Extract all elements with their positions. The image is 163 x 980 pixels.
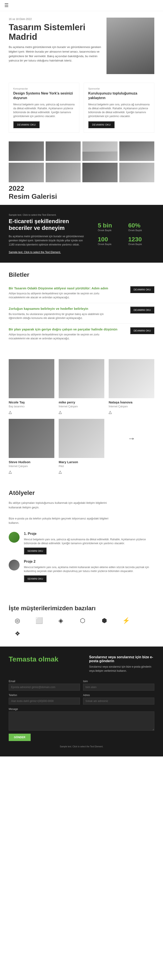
eticaret-text: Sample text. Click to select the Text El… [9, 213, 89, 254]
team-member-0: Nicole Taş Baş tasarımcı △ [9, 359, 54, 415]
card-sponsors: Sponsorlar Kuruluşunuzu topluluğumuza ya… [84, 83, 154, 133]
ticket-item-2: Bir plan yaparak için geriye doğru çalış… [9, 324, 154, 344]
logo-1: ⬜ [30, 616, 48, 625]
eticaret-section: Sample text. Click to select the Text El… [0, 205, 163, 262]
biletler-section: Biletler Bir Tasarım Odaklı Düşünme atöl… [0, 262, 163, 353]
team-instagram-3[interactable]: △ [9, 470, 12, 474]
team-member-3: Steve Hudson İnternet Çalışanı △ [9, 419, 54, 474]
gallery-cell-2 [46, 142, 81, 161]
email-input[interactable] [9, 684, 80, 690]
footer-note: Sample text. Click to select the Text El… [9, 745, 154, 748]
card-btn-0[interactable]: DEVAMINI OKU [13, 121, 40, 128]
team-name-2: Nataşa İvanova [109, 400, 154, 404]
temasta-title: Temasta olmak [9, 655, 59, 663]
email-label: Email [9, 680, 80, 683]
stat-number-1: 60% [128, 222, 154, 229]
atolye-icon-1 [9, 560, 19, 571]
ticket-btn-0[interactable]: DEVAMINI OKU [130, 286, 154, 293]
atolye-btn-0[interactable]: SEKMINI OKU [24, 547, 46, 554]
team-next-arrow[interactable]: → [128, 434, 136, 443]
gallery-cell-8 [119, 163, 155, 182]
atolye-desc-0: Mevcut belgelerin yanı sıra, yalnızca ağ… [24, 538, 154, 545]
card-title-0: Design Systems New York'a sesinizi duyur… [13, 91, 75, 100]
gallery-cell-4 [119, 142, 155, 161]
card-label-0: Konuşmacılar [13, 88, 75, 90]
atolye-title-0: 1. Proje [24, 532, 154, 536]
message-field-group: Mesage [9, 708, 154, 732]
stat-label-3: Örnek Başlık [128, 243, 154, 245]
ticket-desc-1: Bu kısımlarda, bu uluslararası yapılandı… [9, 312, 113, 320]
phone-input[interactable] [9, 698, 80, 705]
logo-4: ⬢ [96, 616, 113, 625]
team-role-4: Pilot [59, 465, 104, 468]
eticaret-stats: 5 bin Örnek Başlık 60% Örnek Başlık 100 … [98, 213, 154, 254]
name-field-group: Isim [83, 680, 154, 690]
ticket-desc-0: Atölye boyunca bu atölyenin ilerleyebilm… [9, 291, 113, 299]
atolyeler-intro: Bu atölye çalışmaları topluluğumuzu kull… [9, 501, 117, 510]
atolye-icon-0 [9, 532, 19, 542]
ticket-btn-2[interactable]: DEVAMINI OKU [130, 327, 154, 334]
ticket-btn-1[interactable]: DEVAMINI OKU [130, 307, 154, 313]
atolyeler-intro2: Bize e-posta ya da telefon yoluyla ileti… [9, 516, 117, 525]
team-name-3: Steve Hudson [9, 460, 54, 464]
email-field-group: Email [9, 680, 80, 690]
navbar: ☰ [0, 0, 163, 11]
temasta-desc: Sorularınız veya sorularınız için bize e… [89, 665, 154, 673]
ticket-title-2: Bir plan yaparak için geriye doğru çalış… [9, 327, 117, 331]
ticket-item-1: Zorluğun kapsamını belirleyin ve hedefle… [9, 303, 154, 324]
stat-3: 1230 Örnek Başlık [128, 236, 154, 245]
logo-6: ❖ [9, 629, 26, 638]
atolyeler-title: Atölyeler [9, 490, 154, 496]
gallery-cell-3 [82, 142, 118, 161]
menu-icon[interactable]: ☰ [4, 3, 9, 8]
atolye-btn-1[interactable]: SEKMINI OKU [24, 575, 46, 582]
card-speakers: Konuşmacılar Design Systems New York'a s… [9, 83, 79, 133]
team-member-4: Mary Larson Pilot △ [59, 419, 104, 474]
team-role-3: İnternet Çalışanı [9, 465, 54, 468]
message-input[interactable] [9, 711, 154, 730]
team-arrow-cell: → [109, 419, 154, 474]
eticaret-desc: Bu açıklama metni görüntülenmek için bur… [9, 234, 89, 247]
stat-number-2: 100 [98, 236, 124, 243]
name-input[interactable] [83, 684, 154, 690]
team-instagram-2[interactable]: △ [109, 410, 112, 414]
cards-section: Konuşmacılar Design Systems New York'a s… [0, 78, 163, 137]
phone-label: Telefon [9, 694, 80, 697]
name-label: Isim [83, 680, 154, 683]
temasta-section: Temasta olmak Sorularınız veya soruların… [0, 646, 163, 756]
ticket-item-0: Bir Tasarım Odaklı Düşünme atölyesi nası… [9, 283, 154, 303]
team-instagram-0[interactable]: △ [9, 410, 12, 414]
logo-3: ⬡ [74, 616, 91, 625]
card-btn-1[interactable]: DEVAMINI OKU [88, 121, 115, 128]
team-member-2: Nataşa İvanova İnternet Çalışanı △ [109, 359, 154, 415]
hero-description: Bu açıklama metni görüntülenmek için bur… [9, 45, 102, 63]
address-input[interactable] [83, 698, 154, 705]
stat-1: 60% Örnek Başlık [128, 222, 154, 232]
card-title-1: Kuruluşunuzu topluluğumuza yaklaştırın [88, 91, 150, 100]
team-instagram-1[interactable]: △ [59, 410, 62, 414]
eticaret-link[interactable]: Sample text. Click to select the Text El… [9, 251, 61, 254]
team-role-0: Baş tasarımcı [9, 405, 54, 408]
gallery-cell-1 [9, 142, 44, 161]
card-desc-0: Mevcut belgelerin yanı sıra, yalnızca ağ… [13, 103, 75, 118]
temasta-subtitle: Sorularınız veya sorularınız için bize e… [89, 655, 154, 663]
address-label: Adres [83, 694, 154, 697]
contact-form: Email Isim Telefon Adres Mesage [9, 680, 154, 732]
musteriler-section: İşte müşterilerimizden bazıları ◎ ⬜ ◈ ⬡ … [0, 596, 163, 646]
hero-title: Tasarım Sistemleri Madrid [9, 22, 102, 41]
musteriler-title: İşte müşterilerimizden bazıları [9, 605, 154, 612]
ticket-title-1: Zorluğun kapsamını belirleyin ve hedefle… [9, 307, 113, 311]
gallery-title: 2022 Resim Galerisi [9, 185, 154, 200]
hero-text-block: 16 ve 18 Ekim 2022 Tasarım Sistemleri Ma… [9, 18, 102, 74]
team-name-1: mike perry [59, 400, 104, 404]
atolye-item-1: Proje 2 Mevccut belgelerin yanı sıra, aç… [9, 560, 154, 582]
ticket-title-0: Bir Tasarım Odaklı Düşünme atölyesi nası… [9, 286, 113, 290]
biletler-title: Biletler [9, 271, 154, 278]
submit-button[interactable]: GÖNDER [9, 733, 30, 741]
team-name-0: Nicole Taş [9, 400, 54, 404]
atolye-content-1: Proje 2 Mevccut belgelerin yanı sıra, aç… [24, 560, 154, 582]
atolye-desc-1: Mevccut belgelerin yanı sıra, açıklama m… [24, 565, 154, 573]
team-instagram-4[interactable]: △ [59, 470, 62, 474]
stat-label-1: Örnek Başlık [128, 229, 154, 232]
hero-section: 16 ve 18 Ekim 2022 Tasarım Sistemleri Ma… [0, 11, 163, 78]
